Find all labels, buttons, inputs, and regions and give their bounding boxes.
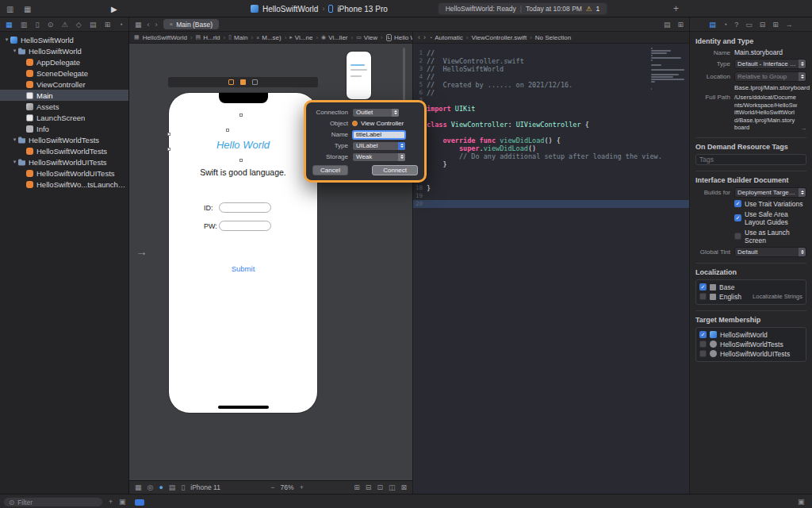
scheme-name[interactable]: HelloSwiftWorld [262, 5, 318, 13]
report-navigator-icon[interactable]: ◔ [118, 21, 122, 29]
warning-icon[interactable]: ⚠ [586, 5, 592, 13]
builds-for-dropdown[interactable]: Deployment Target (15.0) [734, 187, 806, 198]
device-config-button-2[interactable] [240, 79, 246, 85]
navigator-item-info[interactable]: Info [0, 123, 128, 134]
crumb-group[interactable]: H...rld [203, 34, 220, 41]
code-line[interactable]: 9 [413, 113, 689, 121]
scheme-selector[interactable]: HelloSwiftWorld › iPhone 13 Pro [251, 0, 388, 17]
file-name-value[interactable]: Main.storyboard [734, 48, 783, 56]
filter-recent-icon[interactable]: ▣ [119, 495, 126, 508]
english-checkbox[interactable] [699, 293, 707, 300]
code-line[interactable]: 18} [413, 184, 689, 192]
code-line[interactable]: 1// [413, 49, 689, 57]
back-button[interactable]: ‹ [147, 21, 150, 29]
device-bezel-icon[interactable]: ● [159, 483, 163, 491]
file-type-dropdown[interactable]: Default - Interface Builder ... [734, 59, 806, 69]
window-list-icon[interactable]: ▥ [6, 0, 13, 17]
code-line[interactable]: 17 [413, 176, 689, 184]
id-text-field[interactable] [219, 202, 271, 213]
storyboard-entry-point-arrow[interactable]: → [136, 244, 147, 258]
code-line[interactable]: 12 override func viewDidLoad() { [413, 137, 689, 144]
target-checkbox[interactable]: ✓ [699, 331, 707, 338]
navigator-item-appdelegate[interactable]: AppDelegate [0, 56, 128, 67]
view-controller-scene[interactable]: Hello World Swift is good language. ID: … [169, 93, 317, 413]
device-config-button-3[interactable] [252, 79, 258, 85]
related-items-icon[interactable]: ▦ [135, 21, 142, 29]
adaptation-icon[interactable]: ▯ [181, 483, 185, 491]
attributes-inspector-icon[interactable]: ⊟ [760, 21, 766, 29]
crumb-view[interactable]: View [364, 34, 377, 41]
quick-help-inspector-icon[interactable]: ? [734, 21, 738, 29]
code-line[interactable]: 8import UIKit [413, 105, 689, 113]
safe-area-icon[interactable]: ◎ [147, 483, 154, 491]
pw-text-field[interactable] [219, 221, 271, 231]
breakpoint-navigator-icon[interactable]: ⊞ [105, 21, 111, 29]
navigator-item-assets[interactable]: Assets [0, 101, 128, 112]
resolve-autolayout-icon[interactable]: ⊠ [400, 483, 407, 491]
navigator-item-helloswiftworldtests[interactable]: HelloSwiftWorldTests [0, 145, 128, 156]
debug-navigator-icon[interactable]: ▤ [90, 21, 97, 29]
target-checkbox[interactable] [699, 350, 707, 357]
embed-icon[interactable]: ⊟ [366, 483, 372, 491]
use-as-launch-screen-checkbox[interactable] [734, 233, 741, 240]
code-line[interactable]: 15 } [413, 160, 689, 168]
navigator-filter-input[interactable]: ⊙ Filter [3, 497, 103, 507]
find-navigator-icon[interactable]: ⊙ [48, 21, 54, 29]
code-line[interactable]: 16 [413, 168, 689, 176]
reveal-arrow-icon[interactable]: → [800, 125, 806, 132]
target-row[interactable]: ✓ HelloSwiftWorld [699, 330, 802, 340]
title-label[interactable]: Hello World [169, 139, 317, 151]
code-back-button[interactable]: ‹ [418, 33, 420, 41]
size-inspector-icon[interactable]: ⊞ [772, 21, 779, 29]
test-navigator-icon[interactable]: ◇ [76, 21, 82, 29]
crumb-storyboard[interactable]: Main [234, 34, 247, 41]
selection-handle[interactable] [167, 133, 170, 136]
file-inspector-icon[interactable]: ▤ [709, 21, 716, 29]
localization-file-type[interactable]: Localizable Strings [753, 293, 802, 300]
code-editor[interactable]: 1//2// ViewController.swift3// HelloSwif… [412, 44, 689, 494]
navigator-item-helloswiftworld[interactable]: ▾HelloSwiftWorld [0, 45, 128, 56]
scene-thumbnail[interactable] [347, 52, 371, 99]
code-line[interactable]: 14 // Do any additional setup after load… [413, 152, 689, 160]
connection-dropdown[interactable]: Outlet [352, 108, 400, 117]
crumb-base[interactable]: M...se) [262, 34, 281, 41]
warning-count[interactable]: 1 [596, 5, 600, 13]
navigator-item-helloswiftwo-tslaunchtests[interactable]: HelloSwiftWo...tsLaunchTests [0, 179, 128, 190]
storage-dropdown[interactable]: Weak [352, 152, 406, 162]
id-label[interactable]: ID: [204, 204, 213, 212]
target-checkbox[interactable] [699, 341, 707, 348]
breakpoint-toggle-icon[interactable] [135, 499, 144, 506]
code-line[interactable]: 3// HelloSwiftWorld [413, 65, 689, 73]
orientation-icon[interactable]: ▤ [169, 483, 176, 491]
target-row[interactable]: HelloSwiftWorldTests [699, 340, 802, 349]
code-line[interactable]: 4// [413, 73, 689, 81]
zoom-in-button[interactable]: + [300, 483, 304, 491]
navigator-item-launchscreen[interactable]: LaunchScreen [0, 112, 128, 123]
device-config-button-1[interactable] [228, 79, 234, 85]
run-button[interactable]: ▶ [111, 0, 117, 17]
selection-handle[interactable] [226, 129, 229, 132]
navigator-item-helloswiftworld[interactable]: ▾HelloSwiftWorld [0, 34, 128, 45]
navigator-item-helloswiftworlduitests[interactable]: HelloSwiftWorldUITests [0, 167, 128, 179]
code-line[interactable]: 2// ViewController.swift [413, 57, 689, 65]
window-tabs-icon[interactable]: ▦ [24, 0, 31, 17]
code-line[interactable]: 13 super.viewDidLoad() [413, 144, 689, 152]
history-inspector-icon[interactable]: ◔ [723, 21, 727, 29]
crumb-automatic[interactable]: Automatic [435, 34, 463, 41]
subtitle-label[interactable]: Swift is good language. [169, 167, 317, 177]
code-line[interactable]: 7 [413, 97, 689, 105]
zoom-out-button[interactable]: − [270, 483, 274, 491]
add-editor-icon[interactable]: ⊞ [677, 21, 684, 29]
crumb-scene[interactable]: Vi...ne [295, 34, 313, 41]
library-button[interactable]: + [673, 0, 679, 17]
zoom-level[interactable]: 76% [281, 483, 294, 491]
jumpbar-grid-icon[interactable]: ▦ [134, 34, 140, 40]
identity-inspector-icon[interactable]: ▭ [745, 21, 753, 29]
target-row[interactable]: HelloSwiftWorldUITests [699, 349, 802, 359]
project-navigator-icon[interactable]: ▦ [6, 21, 13, 29]
crumb-project[interactable]: HelloSwiftWorld [143, 34, 187, 41]
navigator-item-helloswiftworlduitests[interactable]: ▾HelloSwiftWorldUITests [0, 156, 128, 167]
use-trait-variations-checkbox[interactable]: ✓ [734, 200, 741, 207]
selection-handle[interactable] [239, 159, 243, 162]
base-checkbox[interactable]: ✓ [699, 283, 707, 291]
